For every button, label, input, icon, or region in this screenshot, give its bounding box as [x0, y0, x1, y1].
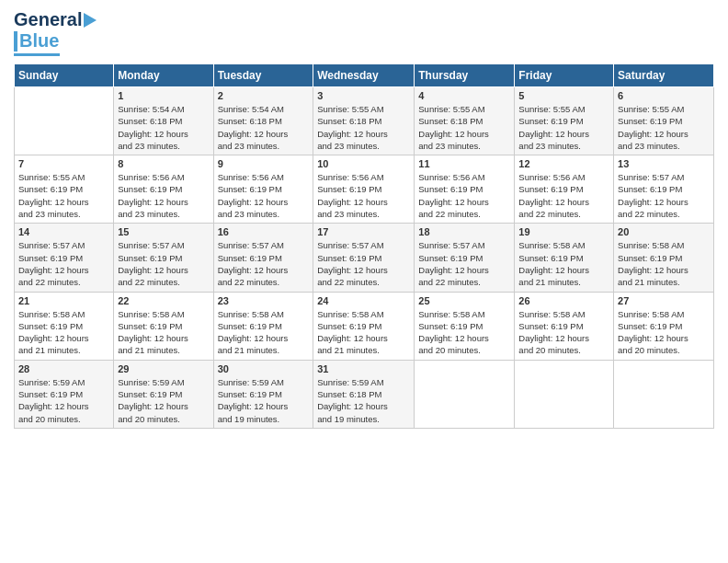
day-info: Sunrise: 5:58 AMSunset: 6:19 PMDaylight:… — [518, 308, 609, 357]
day-info: Sunrise: 5:58 AMSunset: 6:19 PMDaylight:… — [418, 308, 510, 357]
calendar-cell — [15, 87, 114, 155]
calendar-cell: 10Sunrise: 5:56 AMSunset: 6:19 PMDayligh… — [313, 155, 415, 224]
day-info: Sunrise: 5:55 AMSunset: 6:18 PMDaylight:… — [418, 103, 510, 152]
calendar-cell — [415, 360, 515, 428]
day-number: 4 — [418, 90, 510, 101]
calendar-cell: 25Sunrise: 5:58 AMSunset: 6:19 PMDayligh… — [415, 292, 515, 360]
calendar-cell: 9Sunrise: 5:56 AMSunset: 6:19 PMDaylight… — [213, 155, 313, 224]
calendar-cell: 4Sunrise: 5:55 AMSunset: 6:18 PMDaylight… — [415, 87, 515, 155]
day-info: Sunrise: 5:58 AMSunset: 6:19 PMDaylight:… — [618, 239, 710, 288]
day-info: Sunrise: 5:58 AMSunset: 6:19 PMDaylight:… — [18, 308, 109, 357]
day-info: Sunrise: 5:54 AMSunset: 6:18 PMDaylight:… — [218, 103, 310, 152]
day-info: Sunrise: 5:57 AMSunset: 6:19 PMDaylight:… — [418, 239, 510, 288]
day-info: Sunrise: 5:59 AMSunset: 6:19 PMDaylight:… — [118, 376, 209, 425]
day-number: 28 — [18, 363, 109, 374]
day-number: 27 — [618, 295, 710, 306]
calendar-cell: 16Sunrise: 5:57 AMSunset: 6:19 PMDayligh… — [213, 224, 313, 292]
day-info: Sunrise: 5:58 AMSunset: 6:19 PMDaylight:… — [218, 308, 310, 357]
logo: General Blue — [14, 9, 97, 56]
calendar-cell: 23Sunrise: 5:58 AMSunset: 6:19 PMDayligh… — [213, 292, 313, 360]
day-number: 22 — [118, 295, 209, 306]
col-friday: Friday — [515, 64, 614, 87]
col-saturday: Saturday — [614, 64, 714, 87]
header: General Blue — [14, 9, 714, 56]
day-number: 20 — [618, 226, 710, 237]
calendar-cell: 2Sunrise: 5:54 AMSunset: 6:18 PMDaylight… — [213, 87, 313, 155]
calendar-cell: 20Sunrise: 5:58 AMSunset: 6:19 PMDayligh… — [614, 224, 714, 292]
day-info: Sunrise: 5:57 AMSunset: 6:19 PMDaylight:… — [218, 239, 310, 288]
day-info: Sunrise: 5:56 AMSunset: 6:19 PMDaylight:… — [418, 171, 510, 220]
day-info: Sunrise: 5:57 AMSunset: 6:19 PMDaylight:… — [118, 239, 209, 288]
day-number: 17 — [317, 226, 410, 237]
day-info: Sunrise: 5:56 AMSunset: 6:19 PMDaylight:… — [218, 171, 310, 220]
calendar-cell — [614, 360, 714, 428]
day-info: Sunrise: 5:56 AMSunset: 6:19 PMDaylight:… — [118, 171, 209, 220]
day-number: 6 — [618, 90, 710, 101]
day-info: Sunrise: 5:57 AMSunset: 6:19 PMDaylight:… — [618, 171, 710, 220]
col-thursday: Thursday — [415, 64, 515, 87]
day-info: Sunrise: 5:55 AMSunset: 6:19 PMDaylight:… — [518, 103, 609, 152]
day-info: Sunrise: 5:58 AMSunset: 6:19 PMDaylight:… — [118, 308, 209, 357]
day-info: Sunrise: 5:59 AMSunset: 6:19 PMDaylight:… — [218, 376, 310, 425]
col-wednesday: Wednesday — [313, 64, 415, 87]
calendar-cell: 1Sunrise: 5:54 AMSunset: 6:18 PMDaylight… — [114, 87, 213, 155]
logo-general: General — [14, 9, 82, 30]
col-tuesday: Tuesday — [213, 64, 313, 87]
day-info: Sunrise: 5:55 AMSunset: 6:18 PMDaylight:… — [317, 103, 410, 152]
calendar-week-row: 28Sunrise: 5:59 AMSunset: 6:19 PMDayligh… — [15, 360, 714, 428]
header-row: Sunday Monday Tuesday Wednesday Thursday… — [15, 64, 714, 87]
calendar-cell: 29Sunrise: 5:59 AMSunset: 6:19 PMDayligh… — [114, 360, 213, 428]
day-number: 26 — [518, 295, 609, 306]
day-number: 11 — [418, 158, 510, 169]
day-number: 14 — [18, 226, 109, 237]
calendar-cell: 31Sunrise: 5:59 AMSunset: 6:18 PMDayligh… — [313, 360, 415, 428]
calendar-cell — [515, 360, 614, 428]
day-info: Sunrise: 5:58 AMSunset: 6:19 PMDaylight:… — [618, 308, 710, 357]
day-number: 25 — [418, 295, 510, 306]
logo-underline — [14, 53, 60, 56]
logo-blue: Blue — [19, 30, 59, 52]
calendar-week-row: 7Sunrise: 5:55 AMSunset: 6:19 PMDaylight… — [15, 155, 714, 224]
day-number: 29 — [118, 363, 209, 374]
day-info: Sunrise: 5:55 AMSunset: 6:19 PMDaylight:… — [18, 171, 109, 220]
day-info: Sunrise: 5:56 AMSunset: 6:19 PMDaylight:… — [317, 171, 410, 220]
calendar-cell: 30Sunrise: 5:59 AMSunset: 6:19 PMDayligh… — [213, 360, 313, 428]
calendar-cell: 8Sunrise: 5:56 AMSunset: 6:19 PMDaylight… — [114, 155, 213, 224]
calendar-week-row: 21Sunrise: 5:58 AMSunset: 6:19 PMDayligh… — [15, 292, 714, 360]
day-number: 18 — [418, 226, 510, 237]
day-number: 10 — [317, 158, 410, 169]
calendar-week-row: 1Sunrise: 5:54 AMSunset: 6:18 PMDaylight… — [15, 87, 714, 155]
day-number: 9 — [218, 158, 310, 169]
day-info: Sunrise: 5:58 AMSunset: 6:19 PMDaylight:… — [317, 308, 410, 357]
calendar-cell: 18Sunrise: 5:57 AMSunset: 6:19 PMDayligh… — [415, 224, 515, 292]
calendar-cell: 5Sunrise: 5:55 AMSunset: 6:19 PMDaylight… — [515, 87, 614, 155]
calendar-cell: 26Sunrise: 5:58 AMSunset: 6:19 PMDayligh… — [515, 292, 614, 360]
day-number: 24 — [317, 295, 410, 306]
calendar-cell: 7Sunrise: 5:55 AMSunset: 6:19 PMDaylight… — [15, 155, 114, 224]
day-number: 21 — [18, 295, 109, 306]
day-number: 13 — [618, 158, 710, 169]
calendar-cell: 13Sunrise: 5:57 AMSunset: 6:19 PMDayligh… — [614, 155, 714, 224]
day-info: Sunrise: 5:55 AMSunset: 6:19 PMDaylight:… — [618, 103, 710, 152]
col-sunday: Sunday — [15, 64, 114, 87]
calendar-cell: 24Sunrise: 5:58 AMSunset: 6:19 PMDayligh… — [313, 292, 415, 360]
day-number: 19 — [518, 226, 609, 237]
calendar-cell: 19Sunrise: 5:58 AMSunset: 6:19 PMDayligh… — [515, 224, 614, 292]
calendar-week-row: 14Sunrise: 5:57 AMSunset: 6:19 PMDayligh… — [15, 224, 714, 292]
day-number: 7 — [18, 158, 109, 169]
day-number: 30 — [218, 363, 310, 374]
day-number: 8 — [118, 158, 209, 169]
logo-bar — [14, 31, 17, 52]
day-number: 2 — [218, 90, 310, 101]
calendar-cell: 27Sunrise: 5:58 AMSunset: 6:19 PMDayligh… — [614, 292, 714, 360]
day-info: Sunrise: 5:56 AMSunset: 6:19 PMDaylight:… — [518, 171, 609, 220]
calendar-cell: 12Sunrise: 5:56 AMSunset: 6:19 PMDayligh… — [515, 155, 614, 224]
calendar-table: Sunday Monday Tuesday Wednesday Thursday… — [14, 63, 714, 429]
calendar-cell: 28Sunrise: 5:59 AMSunset: 6:19 PMDayligh… — [15, 360, 114, 428]
day-info: Sunrise: 5:54 AMSunset: 6:18 PMDaylight:… — [118, 103, 209, 152]
calendar-cell: 21Sunrise: 5:58 AMSunset: 6:19 PMDayligh… — [15, 292, 114, 360]
day-number: 5 — [518, 90, 609, 101]
col-monday: Monday — [114, 64, 213, 87]
day-number: 16 — [218, 226, 310, 237]
logo-arrow-icon — [84, 13, 97, 28]
